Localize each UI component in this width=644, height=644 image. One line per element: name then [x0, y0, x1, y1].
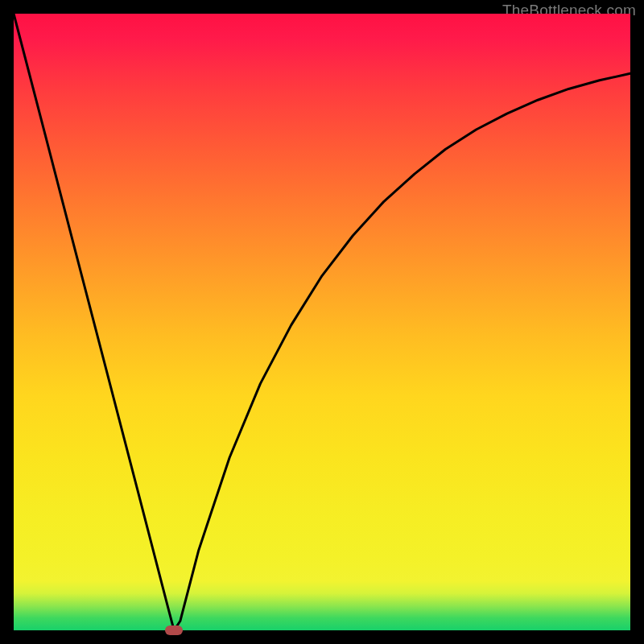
curve-layer: [14, 14, 630, 630]
minimum-marker: [165, 625, 183, 635]
plot-area: [14, 14, 630, 630]
chart-frame: TheBottleneck.com: [0, 0, 644, 644]
curve-path: [14, 14, 630, 630]
